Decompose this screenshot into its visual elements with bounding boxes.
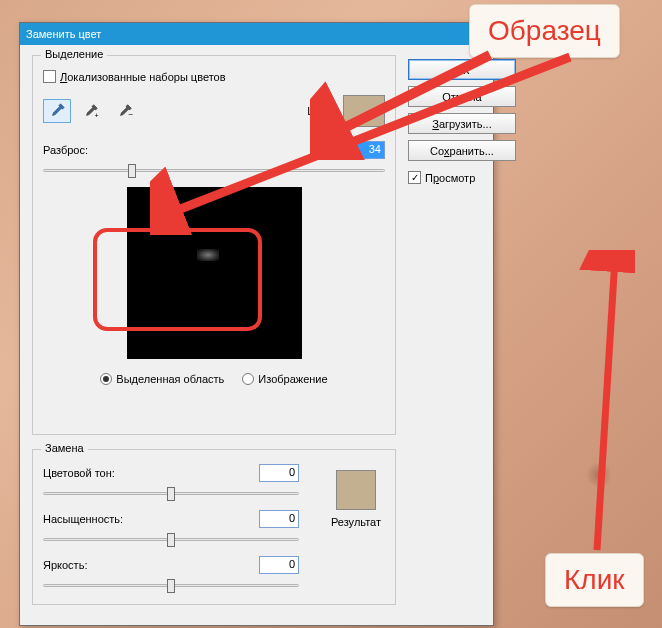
hue-thumb[interactable] xyxy=(167,487,175,501)
fuzziness-value[interactable]: 34 xyxy=(345,141,385,159)
lightness-slider[interactable] xyxy=(43,576,299,596)
lightness-value[interactable]: 0 xyxy=(259,556,299,574)
saturation-label: Насыщенность: xyxy=(43,513,163,525)
color-swatch[interactable] xyxy=(343,95,385,127)
radio-image-dot[interactable] xyxy=(242,373,254,385)
saturation-thumb[interactable] xyxy=(167,533,175,547)
fuzziness-thumb[interactable] xyxy=(128,164,136,178)
ok-button[interactable]: ОК xyxy=(408,59,516,80)
radio-image[interactable]: Изображение xyxy=(242,373,327,385)
replace-color-dialog: Заменить цвет Выделение Локализованные н… xyxy=(19,22,494,626)
dialog-titlebar[interactable]: Заменить цвет xyxy=(20,23,493,45)
localized-colors-checkbox[interactable] xyxy=(43,70,56,83)
saturation-slider[interactable] xyxy=(43,530,299,550)
preview-row[interactable]: Просмотр xyxy=(408,171,516,184)
annotation-click: Клик xyxy=(545,553,644,607)
selection-group: Выделение Локализованные наборы цветов +… xyxy=(32,55,396,435)
fuzziness-slider[interactable] xyxy=(43,161,385,181)
replacement-group: Замена Цветовой тон: 0 xyxy=(32,449,396,605)
replacement-legend: Замена xyxy=(41,442,88,454)
radio-selection[interactable]: Выделенная область xyxy=(100,373,224,385)
result-label: Результат xyxy=(331,516,381,528)
lightness-label: Яркость: xyxy=(43,559,163,571)
dialog-title: Заменить цвет xyxy=(26,28,101,40)
radio-selection-dot[interactable] xyxy=(100,373,112,385)
color-label: Цвет: xyxy=(307,105,335,117)
load-button[interactable]: Загрузить... xyxy=(408,113,516,134)
eyedropper-add-tool[interactable]: + xyxy=(77,99,105,123)
preview-checkbox[interactable] xyxy=(408,171,421,184)
selection-legend: Выделение xyxy=(41,48,107,60)
fuzziness-label: Разброс: xyxy=(43,144,88,156)
hue-value[interactable]: 0 xyxy=(259,464,299,482)
saturation-value[interactable]: 0 xyxy=(259,510,299,528)
cancel-button[interactable]: Отмена xyxy=(408,86,516,107)
localized-colors-label: Локализованные наборы цветов xyxy=(60,71,226,83)
result-swatch[interactable] xyxy=(336,470,376,510)
lightness-thumb[interactable] xyxy=(167,579,175,593)
selection-preview xyxy=(127,187,302,359)
preview-label: Просмотр xyxy=(425,172,475,184)
hue-slider[interactable] xyxy=(43,484,299,504)
annotation-sample: Образец xyxy=(469,4,620,58)
eyedropper-tool[interactable] xyxy=(43,99,71,123)
preview-mask-content xyxy=(197,249,219,261)
save-button[interactable]: Сохранить... xyxy=(408,140,516,161)
svg-text:+: + xyxy=(95,111,99,120)
eyedropper-subtract-tool[interactable]: − xyxy=(111,99,139,123)
svg-text:−: − xyxy=(129,110,134,119)
localized-colors-row[interactable]: Локализованные наборы цветов xyxy=(43,70,385,83)
hue-label: Цветовой тон: xyxy=(43,467,163,479)
